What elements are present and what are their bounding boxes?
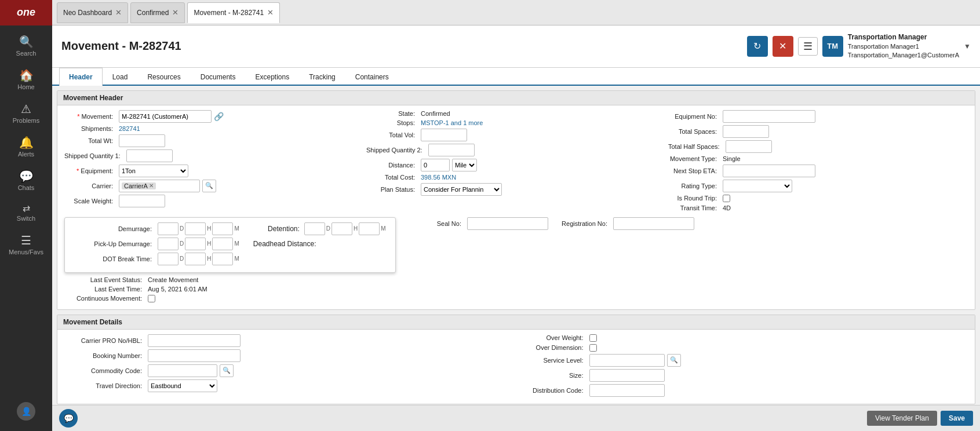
shipments-link[interactable]: 282741	[119, 125, 140, 132]
chats-icon: 💬	[19, 169, 34, 183]
continuous-movement-row: Continuous Movement:	[64, 295, 968, 302]
switch-icon: ⇄	[23, 203, 30, 214]
view-tender-button[interactable]: View Tender Plan	[867, 411, 937, 426]
over-dimension-row: Over Dimension:	[518, 344, 968, 352]
tab-load[interactable]: Load	[103, 68, 138, 86]
link-icon[interactable]: 🔗	[214, 112, 224, 121]
sidebar-item-switch[interactable]: ⇄ Switch	[0, 198, 52, 227]
refresh-button[interactable]: ↻	[747, 36, 768, 57]
movement-input[interactable]	[119, 110, 212, 123]
sidebar-item-user-avatar[interactable]: 👤	[0, 397, 52, 426]
over-dimension-checkbox[interactable]	[589, 344, 597, 352]
movement-type-value: Single	[723, 155, 741, 162]
total-spaces-input[interactable]	[723, 125, 769, 138]
demurrage-h-input[interactable]	[185, 222, 206, 235]
pickup-demurrage-d-input[interactable]	[158, 238, 178, 250]
demurrage-box: Demurrage: D H M Detention:	[64, 217, 396, 273]
distance-unit-select[interactable]: Mile KM	[452, 159, 477, 171]
sidebar-item-problems[interactable]: ⚠ Problems	[0, 97, 52, 129]
pickup-demurrage-m-input[interactable]	[212, 238, 233, 250]
carrier-tag-input[interactable]: CarrierA ✕	[119, 180, 200, 192]
service-level-input[interactable]	[589, 354, 665, 367]
service-level-search-button[interactable]: 🔍	[667, 354, 681, 367]
sidebar-item-chats[interactable]: 💬 Chats	[0, 165, 52, 196]
distribution-code-input[interactable]	[589, 384, 665, 397]
page-header: Movement - M-282741 ↻ ✕ ☰ TM Transportat…	[52, 25, 980, 68]
tab-tracking[interactable]: Tracking	[299, 68, 345, 86]
tab-neo-dashboard[interactable]: Neo Dashboard ✕	[57, 2, 128, 23]
detention-h-input[interactable]	[331, 222, 352, 235]
dot-break-d-input[interactable]	[158, 253, 178, 265]
close-neo-dashboard[interactable]: ✕	[115, 8, 122, 17]
total-cost-link[interactable]: 398.56 MXN	[421, 174, 456, 181]
plan-status-select[interactable]: Consider For Plannin	[421, 183, 502, 196]
transit-time-value: 4D	[723, 204, 731, 211]
tab-movement[interactable]: Movement - M-282741 ✕	[187, 2, 280, 23]
travel-direction-row: Travel Direction: Eastbound Westbound No…	[64, 379, 515, 392]
service-level-row: Service Level: 🔍	[518, 354, 968, 367]
shipped-qty2-input[interactable]	[428, 144, 475, 156]
carrier-pro-input[interactable]	[148, 334, 241, 347]
header-mid-col: State: Confirmed Stops: MSTOP-1 and 1 mo…	[366, 110, 666, 214]
distribution-code-row: Distribution Code:	[518, 384, 968, 397]
dot-break-h-input[interactable]	[185, 253, 206, 265]
scale-weight-input[interactable]	[119, 195, 165, 207]
commodity-search-button[interactable]: 🔍	[220, 364, 234, 377]
user-chevron-icon[interactable]: ▼	[964, 42, 971, 50]
header-right-col: Equipment No: Total Spaces: Total Half S…	[668, 110, 968, 214]
close-movement[interactable]: ✕	[267, 8, 274, 17]
pickup-demurrage-h-input[interactable]	[185, 238, 206, 250]
rating-type-row: Rating Type:	[668, 180, 968, 192]
stops-link[interactable]: MSTOP-1 and 1 more	[421, 119, 483, 126]
save-button[interactable]: Save	[941, 411, 973, 426]
total-wt-input[interactable]	[119, 134, 165, 147]
dot-break-m-input[interactable]	[212, 253, 233, 265]
sidebar-item-alerts[interactable]: 🔔 Alerts	[0, 131, 52, 162]
movement-type-row: Movement Type: Single	[668, 155, 968, 162]
rating-type-select[interactable]	[723, 180, 792, 192]
shipped-qty1-input[interactable]	[126, 149, 173, 162]
next-stop-eta-input[interactable]	[723, 165, 815, 177]
total-vol-input[interactable]	[421, 129, 467, 141]
sidebar-item-search[interactable]: 🔍 Search	[0, 30, 52, 61]
tab-documents[interactable]: Documents	[191, 68, 246, 86]
is-round-trip-checkbox[interactable]	[723, 195, 730, 202]
tab-containers[interactable]: Containers	[345, 68, 399, 86]
equip-no-input[interactable]	[723, 110, 815, 123]
seal-no-input[interactable]	[467, 217, 548, 230]
booking-number-input[interactable]	[148, 349, 241, 362]
transit-time-row: Transit Time: 4D	[668, 204, 968, 211]
menu-button[interactable]: ☰	[798, 37, 818, 56]
reg-no-input[interactable]	[613, 217, 694, 230]
sidebar-item-home[interactable]: 🏠 Home	[0, 64, 52, 95]
movement-details-title: Movement Details	[57, 315, 975, 330]
tab-resources[interactable]: Resources	[137, 68, 190, 86]
tab-exceptions[interactable]: Exceptions	[245, 68, 299, 86]
demurrage-d-input[interactable]	[158, 222, 178, 235]
distance-input[interactable]	[421, 159, 450, 171]
chat-button[interactable]: 💬	[59, 409, 78, 428]
shipments-row: Shipments: 282741	[64, 125, 364, 132]
close-confirmed[interactable]: ✕	[172, 8, 178, 17]
travel-direction-select[interactable]: Eastbound Westbound Northbound Southboun…	[148, 379, 217, 392]
carrier-search-button[interactable]: 🔍	[202, 180, 216, 192]
tab-header[interactable]: Header	[59, 68, 103, 86]
detention-d-input[interactable]	[304, 222, 325, 235]
reg-no-row: Registration No:	[553, 217, 694, 230]
commodity-code-input[interactable]	[148, 364, 217, 377]
total-half-spaces-input[interactable]	[726, 140, 772, 153]
equipment-select[interactable]: 1Ton	[119, 165, 188, 177]
detention-m-input[interactable]	[359, 222, 380, 235]
continuous-movement-checkbox[interactable]	[148, 295, 155, 302]
distance-row: Distance: Mile KM	[366, 159, 666, 171]
close-button[interactable]: ✕	[773, 36, 793, 57]
sidebar-item-menus[interactable]: ☰ Menus/Favs	[0, 229, 52, 260]
carrier-remove-icon[interactable]: ✕	[149, 182, 154, 189]
is-round-trip-row: Is Round Trip:	[668, 195, 968, 202]
tab-confirmed[interactable]: Confirmed ✕	[130, 2, 185, 23]
over-weight-checkbox[interactable]	[589, 334, 597, 342]
demurrage-m-input[interactable]	[212, 222, 233, 235]
size-input[interactable]	[589, 369, 665, 382]
total-spaces-row: Total Spaces:	[668, 125, 968, 138]
demurrage-row: Demurrage: D H M Detention:	[74, 222, 386, 235]
